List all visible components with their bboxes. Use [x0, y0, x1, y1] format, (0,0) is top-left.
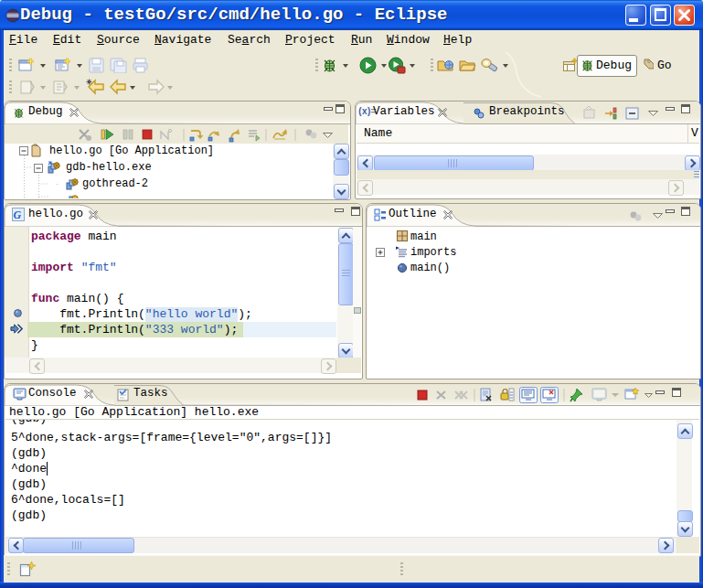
svg-text:G: G — [14, 208, 22, 221]
